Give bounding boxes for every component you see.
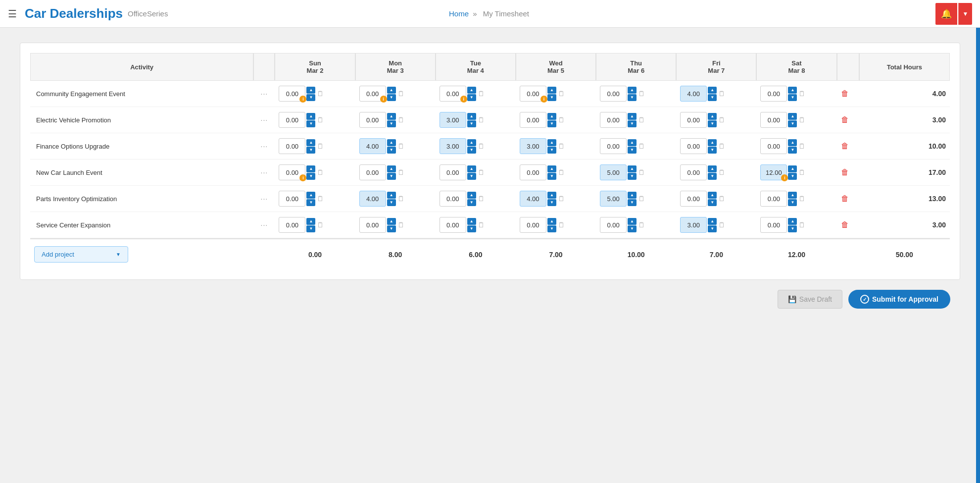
spinner-up[interactable]: ▲ <box>788 192 797 199</box>
spinner-up[interactable]: ▲ <box>628 218 637 225</box>
note-icon[interactable]: 🗒 <box>718 168 725 176</box>
note-icon[interactable]: 🗒 <box>317 90 324 98</box>
note-icon[interactable]: 🗒 <box>478 221 485 229</box>
note-icon[interactable]: 🗒 <box>798 221 805 229</box>
hour-input-thu-row5[interactable] <box>600 217 627 233</box>
spinner-down[interactable]: ▼ <box>708 199 717 206</box>
spinner-down[interactable]: ▼ <box>547 147 556 154</box>
note-icon[interactable]: 🗒 <box>478 90 485 98</box>
spinner-down[interactable]: ▼ <box>788 199 797 206</box>
spinner-up[interactable]: ▲ <box>387 113 396 120</box>
note-icon[interactable]: 🗒 <box>317 221 324 229</box>
spinner-up[interactable]: ▲ <box>467 218 476 225</box>
hour-input-tue-row1[interactable] <box>440 112 466 128</box>
note-icon[interactable]: 🗒 <box>397 168 404 176</box>
spinner-down[interactable]: ▼ <box>788 94 797 101</box>
note-icon[interactable]: 🗒 <box>638 116 645 124</box>
note-icon[interactable]: 🗒 <box>638 142 645 150</box>
hour-input-sat-row0[interactable] <box>760 86 787 102</box>
spinner-up[interactable]: ▲ <box>788 113 797 120</box>
spinner-down[interactable]: ▼ <box>467 147 476 154</box>
hour-input-wed-row1[interactable] <box>520 112 546 128</box>
hour-input-thu-row3[interactable] <box>600 164 627 180</box>
spinner-down[interactable]: ▼ <box>708 225 717 232</box>
note-icon[interactable]: 🗒 <box>718 116 725 124</box>
nav-home[interactable]: Home <box>449 9 469 18</box>
spinner-up[interactable]: ▲ <box>547 165 556 172</box>
note-icon[interactable]: 🗒 <box>718 195 725 203</box>
spinner-down[interactable]: ▼ <box>387 199 396 206</box>
hour-input-wed-row2[interactable] <box>520 138 546 154</box>
spinner-down[interactable]: ▼ <box>467 94 476 101</box>
spinner-up[interactable]: ▲ <box>708 165 717 172</box>
delete-row-button[interactable]: 🗑 <box>841 220 849 229</box>
spinner-down[interactable]: ▼ <box>306 94 315 101</box>
hour-input-sun-row5[interactable] <box>279 217 305 233</box>
note-icon[interactable]: 🗒 <box>798 195 805 203</box>
spinner-down[interactable]: ▼ <box>788 120 797 127</box>
note-icon[interactable]: 🗒 <box>558 195 565 203</box>
delete-row-button[interactable]: 🗑 <box>841 194 849 203</box>
note-icon[interactable]: 🗒 <box>478 168 485 176</box>
hour-input-mon-row2[interactable] <box>359 138 386 154</box>
row-menu-button[interactable]: ··· <box>261 221 268 229</box>
note-icon[interactable]: 🗒 <box>798 168 805 176</box>
spinner-up[interactable]: ▲ <box>467 87 476 94</box>
note-icon[interactable]: 🗒 <box>558 90 565 98</box>
spinner-down[interactable]: ▼ <box>467 120 476 127</box>
note-icon[interactable]: 🗒 <box>718 142 725 150</box>
hour-input-thu-row1[interactable] <box>600 112 627 128</box>
spinner-down[interactable]: ▼ <box>547 199 556 206</box>
spinner-up[interactable]: ▲ <box>547 139 556 146</box>
note-icon[interactable]: 🗒 <box>798 90 805 98</box>
spinner-down[interactable]: ▼ <box>628 225 637 232</box>
hour-input-mon-row4[interactable] <box>359 191 386 207</box>
note-icon[interactable]: 🗒 <box>718 90 725 98</box>
hour-input-sun-row4[interactable] <box>279 191 305 207</box>
spinner-up[interactable]: ▲ <box>547 192 556 199</box>
spinner-up[interactable]: ▲ <box>387 87 396 94</box>
note-icon[interactable]: 🗒 <box>397 116 404 124</box>
spinner-down[interactable]: ▼ <box>628 120 637 127</box>
spinner-up[interactable]: ▲ <box>708 192 717 199</box>
spinner-up[interactable]: ▲ <box>628 165 637 172</box>
spinner-up[interactable]: ▲ <box>387 192 396 199</box>
hour-input-fri-row1[interactable] <box>680 112 707 128</box>
spinner-down[interactable]: ▼ <box>788 225 797 232</box>
spinner-up[interactable]: ▲ <box>387 218 396 225</box>
note-icon[interactable]: 🗒 <box>638 168 645 176</box>
note-icon[interactable]: 🗒 <box>397 221 404 229</box>
spinner-down[interactable]: ▼ <box>387 94 396 101</box>
spinner-down[interactable]: ▼ <box>708 147 717 154</box>
row-menu-button[interactable]: ··· <box>261 142 268 150</box>
spinner-down[interactable]: ▼ <box>708 173 717 180</box>
spinner-down[interactable]: ▼ <box>306 173 315 180</box>
spinner-down[interactable]: ▼ <box>387 225 396 232</box>
spinner-up[interactable]: ▲ <box>708 139 717 146</box>
hour-input-fri-row5[interactable] <box>680 217 707 233</box>
spinner-up[interactable]: ▲ <box>788 165 797 172</box>
spinner-up[interactable]: ▲ <box>306 218 315 225</box>
spinner-down[interactable]: ▼ <box>628 94 637 101</box>
note-icon[interactable]: 🗒 <box>638 221 645 229</box>
spinner-up[interactable]: ▲ <box>306 192 315 199</box>
hour-input-fri-row4[interactable] <box>680 191 707 207</box>
spinner-down[interactable]: ▼ <box>628 199 637 206</box>
hour-input-fri-row0[interactable] <box>680 86 707 102</box>
header-dropdown-button[interactable]: ▼ <box>958 3 972 25</box>
spinner-up[interactable]: ▲ <box>628 139 637 146</box>
note-icon[interactable]: 🗒 <box>478 195 485 203</box>
note-icon[interactable]: 🗒 <box>558 221 565 229</box>
hour-input-thu-row0[interactable] <box>600 86 627 102</box>
spinner-down[interactable]: ▼ <box>387 173 396 180</box>
spinner-down[interactable]: ▼ <box>788 147 797 154</box>
row-menu-button[interactable]: ··· <box>261 168 268 176</box>
spinner-up[interactable]: ▲ <box>467 165 476 172</box>
spinner-down[interactable]: ▼ <box>467 173 476 180</box>
hour-input-mon-row3[interactable] <box>359 164 386 180</box>
spinner-up[interactable]: ▲ <box>306 113 315 120</box>
note-icon[interactable]: 🗒 <box>558 116 565 124</box>
spinner-up[interactable]: ▲ <box>387 139 396 146</box>
spinner-down[interactable]: ▼ <box>387 147 396 154</box>
spinner-up[interactable]: ▲ <box>387 165 396 172</box>
